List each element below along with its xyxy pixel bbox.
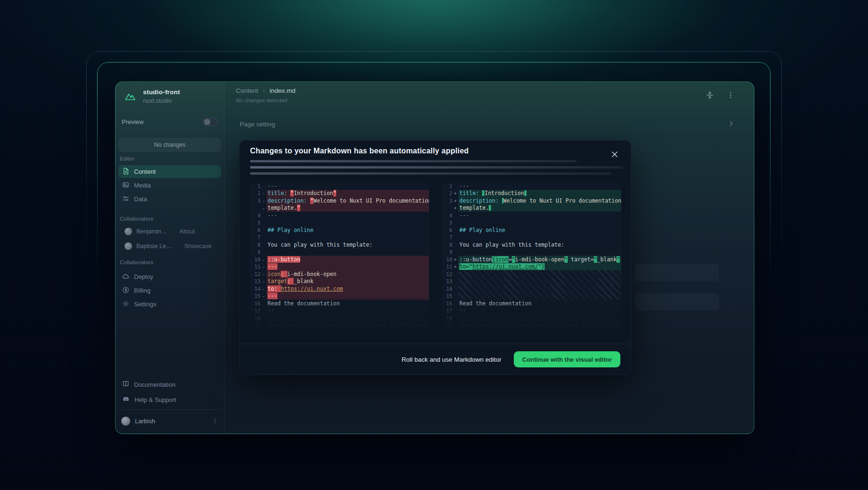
- line-number: 4: [250, 213, 260, 218]
- code-text: ---: [267, 263, 429, 271]
- page-setting-chevron-icon[interactable]: [727, 120, 735, 127]
- code-text: Read the documentation: [267, 300, 429, 307]
- nuxt-logo-icon: [124, 90, 136, 103]
- continue-visual-editor-button[interactable]: Continue with the visual editor: [514, 351, 620, 367]
- page-setting-label[interactable]: Page setting: [240, 121, 275, 128]
- diff-sign: -: [260, 198, 267, 204]
- sidebar-item-documentation[interactable]: Documentation: [118, 377, 221, 392]
- line-number: 13: [250, 278, 260, 284]
- sidebar-item-help-support[interactable]: Help & Support: [118, 392, 221, 407]
- line-number: 13: [442, 278, 452, 284]
- user-menu-kebab-icon[interactable]: ⋮: [212, 420, 218, 422]
- code-text: [458, 270, 621, 278]
- line-number: 10: [442, 257, 452, 262]
- line-number: 17: [250, 308, 260, 313]
- toggle-knob: [204, 119, 210, 125]
- line-number: 5: [442, 220, 452, 225]
- dollar-circle-icon: [122, 286, 129, 295]
- cloud-icon: [122, 273, 129, 281]
- sidebar-item-label: Deploy: [134, 273, 153, 280]
- diff-sign: -: [260, 286, 267, 292]
- line-number: 8: [250, 242, 260, 248]
- line-number: 15: [442, 293, 452, 299]
- code-text: target: _blank: [267, 278, 429, 285]
- diff-sign: +: [452, 264, 458, 269]
- code-text: [267, 219, 429, 227]
- sidebar-item-label: Media: [134, 182, 151, 189]
- modal-footer: Roll back and use Markdown editor Contin…: [240, 344, 631, 374]
- markdown-changes-modal: Changes to your Markdown has been automa…: [239, 140, 631, 375]
- sidebar-item-label: Billing: [134, 287, 151, 294]
- breadcrumb-section[interactable]: Content: [236, 87, 258, 94]
- code-text: [458, 234, 621, 241]
- code-text: ---: [267, 293, 429, 300]
- code-text: ::: [267, 307, 429, 315]
- diff-line: 1---: [442, 182, 621, 190]
- line-number: 16: [442, 301, 452, 306]
- breadcrumb: Content › index.md: [236, 87, 295, 94]
- project-header[interactable]: studio-front nuxt.studio: [124, 89, 180, 104]
- collaborators-section-label: Collaborators: [120, 216, 153, 222]
- close-icon[interactable]: [610, 150, 619, 159]
- code-text: There are already many website based on …: [458, 322, 621, 330]
- code-text: template.: [458, 205, 621, 212]
- diff-line: 8You can play with this template:: [442, 241, 621, 249]
- line-number: 7: [250, 234, 260, 240]
- code-text: You can play with this template:: [267, 241, 429, 249]
- code-text: [458, 285, 621, 293]
- code-text: icon: i-mdi-book-open: [267, 270, 429, 278]
- image-icon: [122, 181, 129, 190]
- collaborator-row[interactable]: Baptiste Le…·Showcase: [118, 240, 221, 252]
- diff-sign: +: [452, 198, 458, 204]
- code-text: You can play with this template:: [458, 241, 621, 249]
- collaborators2-section-label: Collaborators: [120, 259, 153, 265]
- diff-line: 10-::u-button: [250, 256, 429, 263]
- line-number: 9: [250, 249, 260, 255]
- diff-line: 4---: [442, 212, 621, 219]
- code-text: ---: [267, 212, 429, 219]
- sidebar-item-billing[interactable]: Billing: [118, 284, 221, 297]
- sidebar-item-data[interactable]: Data: [118, 193, 221, 205]
- diff-line: 10+::u-button{icon="i-mdi-book-open" tar…: [442, 256, 621, 263]
- diff-line: 9: [442, 249, 621, 256]
- collaborator-row[interactable]: Benjamin…·About: [118, 225, 221, 238]
- breadcrumb-file[interactable]: index.md: [269, 87, 295, 94]
- line-number: 14: [442, 286, 452, 292]
- line-number: 8: [442, 242, 452, 248]
- rollback-button[interactable]: Roll back and use Markdown editor: [402, 356, 501, 363]
- line-number: 19: [442, 322, 452, 328]
- dot-separator: ·: [172, 228, 174, 235]
- sidebar-item-deploy[interactable]: Deploy: [118, 270, 221, 283]
- line-number: 2: [442, 190, 452, 196]
- sidebar-item-settings[interactable]: Settings: [118, 298, 221, 311]
- code-text: There are already many website based on …: [267, 322, 429, 330]
- document-icon: [122, 168, 129, 176]
- no-changes-button[interactable]: No changes: [118, 138, 221, 152]
- sidebar-item-media[interactable]: Media: [118, 179, 221, 192]
- breadcrumb-chevron-icon: ›: [263, 88, 265, 94]
- user-row[interactable]: Larbish ⋮: [118, 413, 221, 429]
- sidebar-item-label: Documentation: [134, 381, 175, 388]
- screen: studio-front nuxt.studio Preview No chan…: [0, 0, 868, 490]
- sidebar-item-label: Data: [134, 196, 147, 203]
- diff-line: 16Read the documentation: [442, 300, 621, 307]
- diff-line: 3+description: Welcome to Nuxt UI Pro do…: [442, 197, 621, 205]
- collapse-merge-icon[interactable]: [706, 91, 714, 99]
- user-avatar: [121, 417, 130, 426]
- diff-line: 8You can play with this template:: [250, 241, 429, 249]
- sidebar-item-content[interactable]: Content: [118, 165, 221, 178]
- diff-panel-added: 1---2+title: Introduction3+description: …: [442, 182, 621, 334]
- line-number: 5: [250, 220, 260, 225]
- preview-toggle[interactable]: [203, 118, 218, 126]
- diff-line: 7: [250, 234, 429, 241]
- code-text: [458, 314, 621, 322]
- diff-line: 15: [442, 293, 621, 300]
- line-number: 1: [442, 183, 452, 189]
- line-number: 19: [250, 322, 260, 328]
- more-options-kebab-icon[interactable]: [726, 91, 735, 99]
- diff-line: 19There are already many website based o…: [250, 322, 429, 330]
- diff-panel-removed: 1---2-title: "Introduction"3-description…: [250, 182, 429, 334]
- code-text: ::u-button{icon="i-mdi-book-open" target…: [458, 256, 621, 263]
- sidebar-item-label: Settings: [134, 301, 156, 308]
- diff-line: 7: [442, 234, 621, 241]
